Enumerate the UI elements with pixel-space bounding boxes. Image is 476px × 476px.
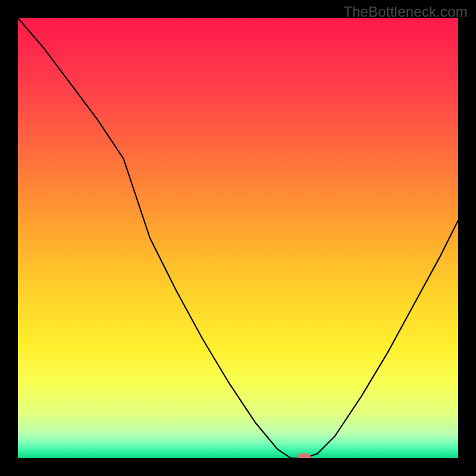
chart-svg — [18, 18, 458, 458]
chart-frame: TheBottleneck.com — [0, 0, 476, 476]
optimal-marker — [298, 453, 311, 458]
plot-area — [18, 18, 458, 458]
watermark-text: TheBottleneck.com — [343, 4, 468, 20]
gradient-background — [18, 18, 458, 458]
